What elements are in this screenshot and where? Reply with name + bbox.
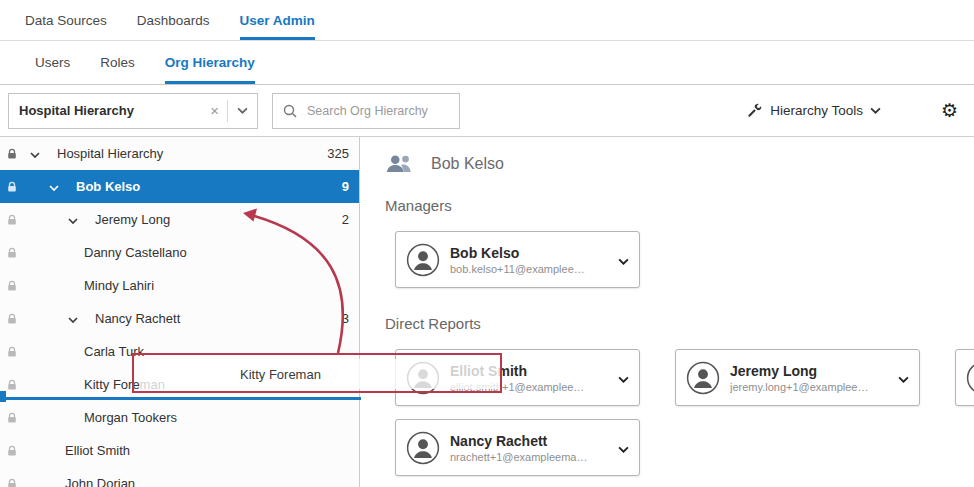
person-name: Nancy Rachett <box>450 433 612 449</box>
lock-icon[interactable] <box>6 412 18 424</box>
tree-row-count: 325 <box>327 146 349 161</box>
tree-row-count: 9 <box>342 179 349 194</box>
group-icon <box>385 153 413 174</box>
chevron-down-icon[interactable] <box>49 179 59 194</box>
direct-reports-section-label: Direct Reports <box>385 315 481 332</box>
gear-icon[interactable]: ⚙ <box>941 101 958 120</box>
tree-row[interactable]: John Dorian <box>0 467 359 487</box>
tree-row[interactable]: Morgan Tookers <box>0 401 359 434</box>
search-input[interactable] <box>305 103 459 119</box>
tree-row-label: Elliot Smith <box>65 443 130 458</box>
tree-row-label: Carla Turk <box>84 344 144 359</box>
wrench-icon <box>747 103 762 118</box>
tree-row[interactable]: Nancy Rachett 3 <box>0 302 359 335</box>
toolbar: Hospital Hierarchy × Hierarchy Tools ⚙ <box>0 85 974 137</box>
lock-icon[interactable] <box>6 214 18 226</box>
org-tree: Hospital Hierarchy 325 Bob Kelso 9 Jerem… <box>0 137 360 487</box>
sub-nav: Users Roles Org Hierarchy <box>0 41 974 85</box>
drag-ghost: Kitty Foreman <box>140 359 500 389</box>
tree-row-count: 2 <box>342 212 349 227</box>
direct-report-card[interactable]: Nancy Rachett nrachett+1@exampleema… <box>395 419 640 476</box>
tree-row-count: 3 <box>342 311 349 326</box>
nav-item-data-sources[interactable]: Data Sources <box>25 0 107 40</box>
hierarchy-select-value: Hospital Hierarchy <box>9 103 202 118</box>
avatar <box>406 243 440 277</box>
tree-row-label: Bob Kelso <box>76 179 140 194</box>
tree-row[interactable]: Danny Castellano <box>0 236 359 269</box>
managers-section-label: Managers <box>385 197 452 214</box>
direct-report-card[interactable]: Jeremy Long jeremy.long+1@examplee… <box>675 349 920 406</box>
chevron-down-icon[interactable] <box>898 369 909 387</box>
chevron-down-icon[interactable] <box>68 212 78 227</box>
tree-row-label: Nancy Rachett <box>95 311 180 326</box>
chevron-down-icon[interactable] <box>30 146 40 161</box>
chevron-down-icon[interactable] <box>228 107 257 114</box>
lock-icon[interactable] <box>6 379 18 391</box>
person-email: bob.kelso+11@examplee… <box>450 263 612 275</box>
tree-row-label: Morgan Tookers <box>84 410 177 425</box>
org-search <box>272 93 460 129</box>
detail-title: Bob Kelso <box>431 155 504 173</box>
search-icon <box>283 104 297 118</box>
tab-roles[interactable]: Roles <box>100 41 135 84</box>
tree-row[interactable]: Hospital Hierarchy 325 <box>0 137 359 170</box>
lock-icon[interactable] <box>6 280 18 292</box>
tree-row[interactable]: Jeremy Long 2 <box>0 203 359 236</box>
nav-item-user-admin[interactable]: User Admin <box>240 0 315 40</box>
tree-row-label: Danny Castellano <box>84 245 187 260</box>
drop-indicator-line <box>0 397 361 400</box>
tree-row[interactable]: Elliot Smith <box>0 434 359 467</box>
top-nav: Data Sources Dashboards User Admin <box>0 0 974 41</box>
person-name: Bob Kelso <box>450 245 612 261</box>
clear-icon[interactable]: × <box>202 102 227 119</box>
chevron-down-icon[interactable] <box>68 311 78 326</box>
lock-icon[interactable] <box>6 313 18 325</box>
detail-panel: Bob Kelso Managers Bob Kelso bob.kelso+1… <box>360 137 974 487</box>
detail-header: Bob Kelso <box>385 153 504 174</box>
person-email: nrachett+1@exampleema… <box>450 451 612 463</box>
tree-row-label: Jeremy Long <box>95 212 170 227</box>
person-name: Jeremy Long <box>730 363 892 379</box>
avatar <box>966 361 974 395</box>
direct-report-card-partial[interactable] <box>955 349 974 406</box>
lock-icon[interactable] <box>6 445 18 457</box>
tree-row-selected[interactable]: Bob Kelso 9 <box>0 170 359 203</box>
avatar <box>686 361 720 395</box>
hierarchy-tools-button[interactable]: Hierarchy Tools <box>747 103 881 118</box>
tree-row[interactable]: Mindy Lahiri <box>0 269 359 302</box>
manager-card[interactable]: Bob Kelso bob.kelso+11@examplee… <box>395 231 640 288</box>
tab-org-hierarchy[interactable]: Org Hierarchy <box>165 41 255 84</box>
chevron-down-icon <box>870 107 881 114</box>
person-email: jeremy.long+1@examplee… <box>730 381 892 393</box>
lock-icon[interactable] <box>6 478 18 487</box>
avatar <box>406 431 440 465</box>
lock-icon[interactable] <box>6 346 18 358</box>
lock-icon[interactable] <box>6 181 18 193</box>
tree-row-label: Mindy Lahiri <box>84 278 154 293</box>
hierarchy-select[interactable]: Hospital Hierarchy × <box>8 93 258 129</box>
chevron-down-icon[interactable] <box>618 251 629 269</box>
lock-icon[interactable] <box>6 148 18 160</box>
chevron-down-icon[interactable] <box>618 369 629 387</box>
hierarchy-tools-label: Hierarchy Tools <box>770 103 863 118</box>
tree-row-label: Hospital Hierarchy <box>57 146 163 161</box>
content: Hospital Hierarchy 325 Bob Kelso 9 Jerem… <box>0 137 974 487</box>
drag-ghost-label: Kitty Foreman <box>240 367 321 382</box>
nav-item-dashboards[interactable]: Dashboards <box>137 0 210 40</box>
tab-users[interactable]: Users <box>35 41 70 84</box>
lock-icon[interactable] <box>6 247 18 259</box>
chevron-down-icon[interactable] <box>618 439 629 457</box>
tree-row-label: John Dorian <box>65 476 135 487</box>
